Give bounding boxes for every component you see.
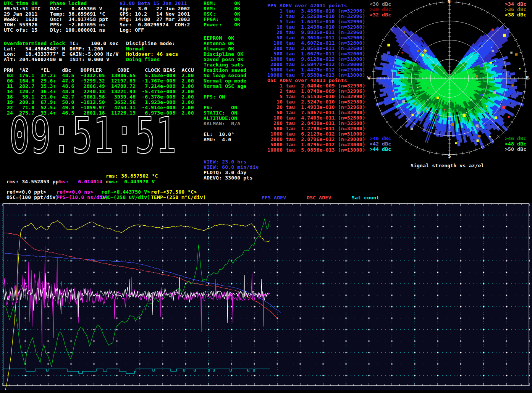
- pps-adev-table-line: 20 tau 9.8835e-011 (n=32960): [267, 30, 365, 35]
- receiver-modes-line: STATIC: ON: [204, 110, 237, 116]
- satellite-table-line: 06 164.8 29.6↓ 47.8 -3299.32 12197.83 -1…: [4, 78, 194, 84]
- polar-signal-map: [367, 0, 532, 161]
- legend-osc-adev-line: OSC ADEV: [307, 195, 331, 201]
- history-plot: [0, 203, 532, 393]
- osc-adev-table-line: 10 tau 2.5247e-010 (n=32980): [267, 99, 365, 105]
- gps-health-line: Saved posn OK: [204, 57, 243, 62]
- ref-osc-line: ref=<0.0 ppt>: [6, 189, 46, 195]
- gps-health-line: EEPROM OK: [204, 36, 234, 41]
- rms-temp-line: rms: 38.857502 °C: [106, 173, 158, 179]
- pps-adev-table-line: 10 tau 1.2498e-010 (n=32980): [267, 24, 365, 30]
- satellite-table-line: 18 58.1 21.0↓ 42.7 -3061.58 3939.48 -6.3…: [4, 94, 194, 100]
- osc-adev-table-line: 500 tau 1.2788e-011 (n=32000): [267, 126, 365, 131]
- ref-osc-line: OSC=(100 ppt/div): [6, 195, 58, 200]
- oscillator-state-line: PPS↑ -2.607695 ns: [50, 22, 105, 27]
- pps-adev-table-line: 200 tau 3.0558e-011 (n=32600): [267, 46, 365, 51]
- loop-params-line: TC: 100.0 sec: [70, 41, 118, 46]
- position-line: Overdetermined clock: [4, 41, 65, 46]
- receiver-modes-line: ALTITUDE:ON: [204, 116, 237, 121]
- digital-clock: 09:51:51: [3, 114, 183, 158]
- osc-adev-table-line: 50 tau 7.5867e-011 (n=32900): [267, 110, 365, 115]
- gps-health-line: Antenna OK: [204, 41, 234, 46]
- satellite-table-line: 19 209.0 67.9↓ 50.0 -1012.50 3652.56 1.9…: [4, 100, 194, 105]
- satellite-table-line: PRN °AZ °EL dBc DOPPLER CODE CLOCK BIAS …: [4, 68, 194, 73]
- gps-health-line: Normal OSC age: [204, 84, 246, 89]
- ref-pps-line: ref=<0.0 ns>: [57, 189, 93, 195]
- gps-health-line: Discipline OK: [204, 52, 243, 57]
- ref-dac-line: DAC~(250 uV/div): [101, 195, 150, 200]
- rms-osc-line: rms: 34.552853 ppt: [6, 179, 61, 184]
- clock-digits: 09:51:51: [9, 114, 176, 158]
- view-settings-line: VIEW: 23.0 hrs: [204, 159, 246, 165]
- view-settings-line: PLOTQ: 3.0 day: [204, 170, 246, 175]
- rms-pps-line: rms: 6.014014 ns: [57, 179, 112, 184]
- view-settings-line: ADEVQ: 33000 pts: [204, 175, 252, 181]
- oscillator-state-line: Osc↑ 34.917458 ppt: [50, 17, 108, 22]
- utc-status-line: Week: 1620: [4, 17, 37, 22]
- self-test-line: ROM: OK: [204, 1, 240, 6]
- loop-params-line: INIT: 0.000 V: [70, 57, 109, 62]
- legend-sat-count-line: Sat count: [352, 195, 379, 201]
- loop-params-line: DAMP: 1.200: [70, 46, 103, 52]
- pps-adev-table-line: 10000 tau 7.8580e-013 (n=13000): [267, 73, 365, 78]
- gps-health-line: Position saved: [204, 68, 246, 73]
- utc-status-line: UTC ofs: 15: [4, 27, 37, 33]
- oscillator-state-line: Phase locked: [50, 1, 87, 6]
- utc-status-line: TOW: 553926: [4, 22, 37, 27]
- mask-settings-line: EL: 10.0°: [204, 132, 234, 137]
- utc-status-line: UTC time OK: [4, 1, 37, 6]
- pps-adev-table-line: 500 tau 1.6679e-011 (n=32000): [267, 51, 365, 57]
- oscillator-state-line: DAC: 0.445366 V: [50, 6, 102, 11]
- pps-adev-table-line: 5000 tau 1.4479e-012 (n=23000): [267, 67, 365, 73]
- version-info-line: Mfg: 14:00 27 Mar 2003: [120, 17, 190, 22]
- osc-adev-table-line: 200 tau 2.8430e-011 (n=32600): [267, 121, 365, 126]
- osc-adev-table-line: OSC ADEV over 42031 points: [267, 78, 347, 83]
- discipline-mode-line: Discipline mode:: [126, 41, 175, 46]
- self-test-line: OSC: OK: [204, 11, 240, 17]
- ref-temp-line: TEMP~(250 m°C/div): [151, 195, 206, 200]
- mask-settings-line: AMU: 4.0: [204, 137, 231, 142]
- lady-heather-screen: UTC time OK09:51:51 UTC29 Jan 2011Week: …: [0, 0, 532, 393]
- osc-adev-table-line: 1 tau 2.0404e-009 (n=32998): [267, 83, 365, 89]
- receiver-modes-line: PV: ON: [204, 105, 237, 110]
- pps-adev-table-line: 1 tau 3.4856e-010 (n=32998): [267, 8, 365, 14]
- gps-health-line: Tracking sats: [204, 62, 243, 68]
- loop-params-line: GAIN:-5.000 Hz/V: [70, 52, 118, 57]
- utc-status-line: 29 Jan 2011: [4, 11, 37, 17]
- oscillator-state-line: Temp: 38.659691 °C: [50, 11, 105, 17]
- self-test-line: Power: OK: [204, 22, 240, 27]
- pps-adev-table-line: 1000 tau 9.8128e-012 (n=31000): [267, 57, 365, 62]
- satellite-table-line: 11 282.7 35.3↑ 48.6 2866.49 14789.72 7.2…: [4, 84, 194, 89]
- position-line: Lat: 54.4964948° N: [4, 46, 65, 52]
- satellite-table-line: 14 120.7 36.4↑ 48.8 2240.13 13221.93 -5.…: [4, 89, 194, 94]
- position-line: Alt: 204.46002480 m: [4, 57, 62, 62]
- self-test-line: FPGA: OK: [204, 17, 240, 22]
- osc-adev-table-line: 2 tau 1.0749e-009 (n=32996): [267, 89, 365, 94]
- discipline-mode-line: Doing fixes: [126, 57, 160, 62]
- pps-status-line: PPS: ON: [204, 94, 225, 100]
- osc-adev-table-line: 5000 tau 1.0796e-012 (n=23000): [267, 142, 365, 147]
- osc-adev-table-line: 1000 tau 6.2129e-012 (n=31000): [267, 131, 365, 137]
- osc-adev-table-line: 2000 tau 2.8796e-012 (n=29000): [267, 137, 365, 142]
- legend-pps-adev-line: PPS ADEV: [262, 195, 286, 201]
- polar-caption-line: Signal strength vs az/el: [411, 163, 484, 168]
- rms-dac-line: rms: 0.443978 V: [106, 179, 155, 184]
- pps-adev-table-line: 2000 tau 5.6947e-012 (n=29000): [267, 62, 365, 67]
- pps-adev-table-line: PPS ADEV over 42031 points: [267, 3, 347, 8]
- satellite-table-line: 03 176.1 37.2↓ 48.5 -3332.05 13986.65 5.…: [4, 73, 194, 78]
- version-info-line: GPS: 10.2 14 Nov 2001: [120, 11, 190, 17]
- pps-adev-table-line: 5 tau 1.6431e-010 (n=32990): [267, 19, 365, 24]
- view-settings-line: VIEW: 60.0 min/div: [204, 165, 259, 170]
- utc-status-line: 09:51:51 UTC: [4, 6, 40, 11]
- position-line: Lon: 18.4333777° E: [4, 52, 65, 57]
- ref-temp-line: ref~<37.500 °C>: [151, 189, 197, 195]
- version-info-line: V3.00 Beta 15 Jan 2011: [120, 1, 187, 6]
- version-info-line: Log: OFF: [120, 27, 144, 33]
- version-info-line: App: 3.0 27 Jun 2002: [120, 6, 190, 11]
- gps-health-line: Almanac OK: [204, 46, 234, 52]
- osc-adev-table-line: 20 tau 1.4933e-010 (n=32960): [267, 105, 365, 110]
- pps-adev-table-line: 50 tau 6.3610e-011 (n=32900): [267, 35, 365, 40]
- osc-adev-table-line: 5 tau 4.5153e-010 (n=32990): [267, 94, 365, 99]
- discipline-mode-line: Holdover: 46 secs: [126, 52, 178, 57]
- gps-health-line: Normal op mode: [204, 78, 246, 84]
